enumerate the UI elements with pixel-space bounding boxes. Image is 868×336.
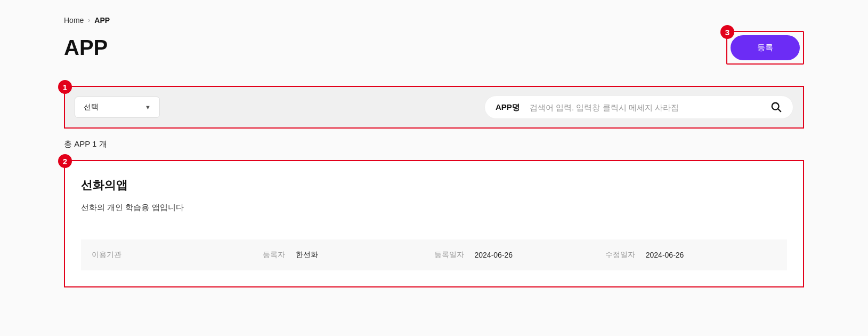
search-input[interactable] (530, 103, 761, 112)
filter-select[interactable]: 선택 ▼ (75, 97, 160, 118)
meta-updated-label: 수정일자 (605, 250, 635, 260)
meta-registrar: 등록자 한선화 (263, 250, 434, 260)
card-meta-row: 이용기관 등록자 한선화 등록일자 2024-06-26 수정일자 2024-0… (81, 239, 787, 270)
register-button[interactable]: 등록 (731, 35, 800, 60)
meta-updated: 수정일자 2024-06-26 (605, 250, 776, 260)
meta-created-value: 2024-06-26 (475, 251, 513, 259)
app-card[interactable]: 선화의앱 선화의 개인 학습용 앱입니다 이용기관 등록자 한선화 등록일자 2… (65, 161, 803, 286)
meta-institution-label: 이용기관 (92, 250, 121, 260)
svg-line-1 (778, 109, 781, 112)
chevron-right-icon: › (88, 17, 90, 24)
card-title: 선화의앱 (81, 177, 787, 193)
filter-callout-wrap: 1 선택 ▼ APP명 (64, 86, 804, 129)
meta-registrar-value: 한선화 (296, 250, 318, 260)
header-row: APP 3 등록 (64, 31, 804, 65)
breadcrumb-home[interactable]: Home (64, 16, 84, 25)
callout-badge-1: 1 (58, 80, 72, 94)
search-box: APP명 (484, 95, 793, 119)
breadcrumb-current: APP (94, 16, 110, 25)
filter-bar: 선택 ▼ APP명 (65, 87, 803, 127)
page-title: APP (64, 36, 108, 60)
count-text: 총 APP 1 개 (64, 139, 804, 149)
meta-institution: 이용기관 (92, 250, 263, 260)
filter-select-label: 선택 (84, 102, 99, 112)
chevron-down-icon: ▼ (145, 104, 151, 110)
breadcrumb: Home › APP (64, 16, 804, 25)
callout-badge-3: 3 (720, 25, 734, 39)
search-label: APP명 (496, 102, 520, 113)
meta-registrar-label: 등록자 (263, 250, 285, 260)
meta-updated-value: 2024-06-26 (646, 251, 684, 259)
register-callout-wrap: 3 등록 (726, 31, 804, 65)
callout-badge-2: 2 (58, 154, 72, 168)
search-icon[interactable] (770, 101, 782, 113)
meta-created-label: 등록일자 (434, 250, 464, 260)
card-desc: 선화의 개인 학습용 앱입니다 (81, 203, 787, 213)
meta-created: 등록일자 2024-06-26 (434, 250, 605, 260)
card-callout-wrap: 2 선화의앱 선화의 개인 학습용 앱입니다 이용기관 등록자 한선화 등록일자… (64, 160, 804, 287)
